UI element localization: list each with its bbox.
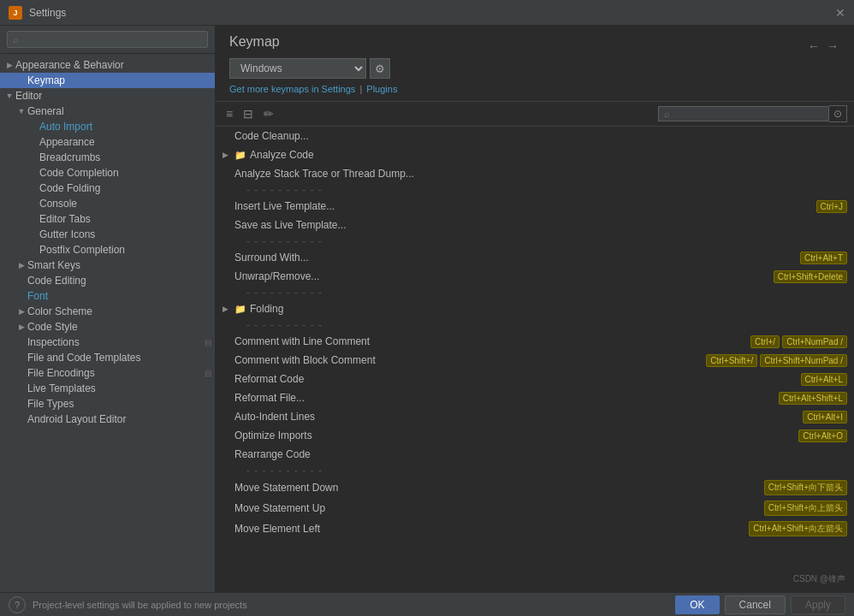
sidebar-item-code-folding[interactable]: Code Folding (0, 181, 215, 196)
sidebar-item-breadcrumbs[interactable]: Breadcrumbs (0, 150, 215, 165)
sidebar-item-label: Color Scheme (27, 305, 92, 317)
plugins-link[interactable]: Plugins (366, 84, 397, 94)
watermark: CSDN @锋声 (793, 573, 845, 585)
tree-arrow-icon: ▼ (3, 92, 15, 100)
sidebar-item-smart-keys[interactable]: ▶ Smart Keys (0, 258, 215, 273)
keymap-links: Get more keymaps in Settings | Plugins (229, 84, 840, 94)
sidebar-item-editor-tabs[interactable]: Editor Tabs (0, 211, 215, 227)
row-indent (222, 375, 234, 383)
action-item-reformat-code[interactable]: Reformat Code Ctrl+Alt+L (216, 370, 854, 388)
search-options-button[interactable]: ⊙ (829, 105, 847, 122)
sidebar-item-label: Postfix Completion (39, 244, 125, 256)
sidebar-item-inspections[interactable]: Inspections ⊟ (0, 335, 215, 350)
action-group-analyze-code[interactable]: ▶ 📁 Analyze Code (216, 145, 854, 164)
sidebar-search-input[interactable] (7, 31, 208, 48)
sidebar-item-live-templates[interactable]: Live Templates (0, 381, 215, 396)
sidebar-item-label: General (27, 105, 64, 117)
nav-back-button[interactable]: ← (806, 38, 821, 55)
sidebar: ▶ Appearance & Behavior Keymap ▼ Editor … (0, 26, 216, 592)
action-item-surround-with[interactable]: Surround With... Ctrl+Alt+T (216, 248, 854, 267)
tree-arrow-icon (27, 215, 39, 223)
action-item-move-element-left[interactable]: Move Element Left Ctrl+Alt+Shift+向左箭头 (216, 518, 854, 539)
inspections-icon: ⊟ (205, 338, 211, 347)
action-item-comment-block[interactable]: Comment with Block Comment Ctrl+Shift+/ … (216, 351, 854, 370)
apply-button[interactable]: Apply (791, 595, 845, 614)
sidebar-item-label: Code Completion (39, 167, 119, 179)
cancel-button[interactable]: Cancel (725, 595, 786, 614)
separator-1: - - - - - - - - - - (216, 183, 854, 197)
row-indent (222, 337, 234, 346)
action-name: Analyze Code (250, 149, 847, 161)
row-indent (222, 483, 234, 492)
sidebar-item-keymap[interactable]: Keymap (0, 73, 215, 88)
sidebar-item-auto-import[interactable]: Auto Import (0, 119, 215, 134)
nav-arrows: ← → (806, 38, 840, 55)
action-name: Surround With... (234, 252, 800, 264)
nav-forward-button[interactable]: → (825, 38, 840, 55)
expand-all-button[interactable]: ≡ (222, 105, 236, 122)
action-item-reformat-file[interactable]: Reformat File... Ctrl+Alt+Shift+L (216, 388, 854, 407)
sidebar-item-color-scheme[interactable]: ▶ Color Scheme (0, 304, 215, 319)
expand-icon: ▶ (222, 305, 234, 313)
dialog-buttons: OK Cancel Apply (675, 595, 845, 614)
sidebar-item-general[interactable]: ▼ General (0, 104, 215, 119)
action-name: Folding (250, 303, 847, 315)
action-group-folding[interactable]: ▶ 📁 Folding (216, 299, 854, 318)
sidebar-search-container (0, 26, 215, 54)
sidebar-item-android-layout[interactable]: Android Layout Editor (0, 412, 215, 427)
shortcut-badges: Ctrl+Shift+Delete (774, 270, 847, 283)
action-item-analyze-stack[interactable]: Analyze Stack Trace or Thread Dump... (216, 164, 854, 183)
keymap-select[interactable]: Windows macOS Eclipse NetBeans Visual St… (229, 58, 366, 79)
sidebar-item-console[interactable]: Console (0, 196, 215, 211)
sidebar-item-file-code-templates[interactable]: File and Code Templates (0, 350, 215, 365)
sidebar-item-file-types[interactable]: File Types (0, 396, 215, 412)
row-indent (222, 272, 234, 281)
bottom-bar: ? Project-level settings will be applied… (0, 592, 854, 616)
help-button[interactable]: ? (9, 596, 26, 613)
sidebar-item-code-style[interactable]: ▶ Code Style (0, 319, 215, 335)
sidebar-item-editor[interactable]: ▼ Editor (0, 88, 215, 104)
action-item-optimize-imports[interactable]: Optimize Imports Ctrl+Alt+O (216, 426, 854, 445)
sidebar-item-appearance-behavior[interactable]: ▶ Appearance & Behavior (0, 57, 215, 73)
row-indent (222, 504, 234, 512)
ok-button[interactable]: OK (675, 595, 719, 614)
separator-2: - - - - - - - - - - (216, 234, 854, 248)
action-item-move-statement-down[interactable]: Move Statement Down Ctrl+Shift+向下箭头 (216, 477, 854, 498)
settings-link[interactable]: Get more keymaps in Settings (229, 84, 355, 94)
sidebar-item-label: Editor Tabs (39, 213, 91, 225)
edit-shortcut-button[interactable]: ✏ (260, 105, 277, 122)
shortcut-badge: Ctrl+Alt+L (801, 373, 847, 386)
expand-icon: ▶ (222, 151, 234, 159)
collapse-all-button[interactable]: ⊟ (240, 105, 257, 122)
action-search-input[interactable] (658, 106, 829, 121)
close-button[interactable]: ✕ (835, 6, 845, 20)
row-indent (222, 221, 234, 229)
sidebar-item-postfix-completion[interactable]: Postfix Completion (0, 242, 215, 258)
action-item-auto-indent[interactable]: Auto-Indent Lines Ctrl+Alt+I (216, 407, 854, 426)
action-name: Reformat File... (234, 392, 779, 404)
action-item-insert-live-template[interactable]: Insert Live Template... Ctrl+J (216, 197, 854, 216)
sidebar-item-font[interactable]: Font (0, 288, 215, 304)
row-indent (222, 253, 234, 262)
shortcut-badges: Ctrl+Shift+向上箭头 (764, 500, 847, 516)
action-item-unwrap[interactable]: Unwrap/Remove... Ctrl+Shift+Delete (216, 267, 854, 286)
sidebar-item-label: Editor (15, 90, 42, 102)
action-item-save-live-template[interactable]: Save as Live Template... (216, 216, 854, 234)
panel-title: Keymap (229, 34, 280, 50)
keymap-gear-button[interactable]: ⚙ (370, 58, 390, 79)
shortcut-badge: Ctrl+Alt+O (798, 429, 847, 442)
sidebar-item-file-encodings[interactable]: File Encodings ⊟ (0, 365, 215, 381)
keymap-row: Windows macOS Eclipse NetBeans Visual St… (229, 58, 840, 79)
sidebar-item-label: Appearance (39, 136, 95, 148)
tree-arrow-icon: ▶ (15, 261, 27, 270)
action-item-rearrange-code[interactable]: Rearrange Code (216, 445, 854, 464)
action-item-move-statement-up[interactable]: Move Statement Up Ctrl+Shift+向上箭头 (216, 498, 854, 518)
shortcut-badge: Ctrl+J (816, 200, 847, 213)
action-item-comment-line[interactable]: Comment with Line Comment Ctrl+/ Ctrl+Nu… (216, 332, 854, 351)
action-item-code-cleanup[interactable]: Code Cleanup... (216, 127, 854, 145)
sidebar-item-gutter-icons[interactable]: Gutter Icons (0, 227, 215, 242)
shortcut-badges: Ctrl+Alt+Shift+L (779, 392, 847, 405)
sidebar-item-appearance[interactable]: Appearance (0, 134, 215, 150)
sidebar-item-code-completion[interactable]: Code Completion (0, 165, 215, 181)
sidebar-item-code-editing[interactable]: Code Editing (0, 273, 215, 288)
